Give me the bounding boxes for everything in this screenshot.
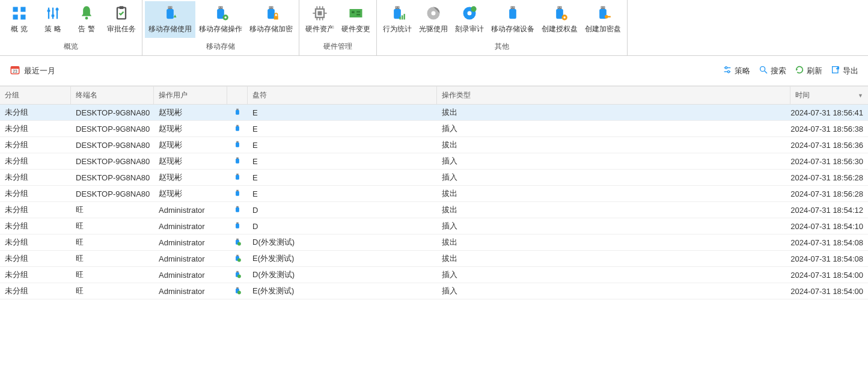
cell-time: 2024-07-31 18:56:30	[790, 155, 868, 168]
cell-user: 赵现彬	[154, 153, 227, 169]
optical-button[interactable]: 光驱使用	[415, 1, 451, 38]
approval-button[interactable]: 审批任务	[103, 1, 139, 38]
table-row[interactable]: 未分组旺AdministratorE(外发测试)拔出2024-07-31 18:…	[0, 251, 868, 267]
table-row[interactable]: 未分组DESKTOP-9G8NA80赵现彬E拔出2024-07-31 18:56…	[0, 137, 868, 153]
overview-button[interactable]: 概 览	[2, 1, 36, 38]
table-row[interactable]: 未分组DESKTOP-9G8NA80赵现彬E插入2024-07-31 18:56…	[0, 170, 868, 186]
chevron-down-icon[interactable]: ▼	[858, 93, 863, 99]
th-group[interactable]: 分组	[0, 87, 71, 104]
cell-group: 未分组	[0, 251, 71, 266]
filter-search[interactable]: 搜索	[759, 65, 786, 76]
svg-rect-67	[604, 7, 604, 8]
ribbon-group-label: 移动存储	[142, 39, 299, 55]
create-auth-button[interactable]: 创建授权盘	[538, 1, 581, 38]
cell-time: 2024-07-31 18:54:08	[790, 252, 868, 266]
ribbon-button-label: 移动存储操作	[199, 24, 242, 34]
ribbon-button-label: 移动存储加密	[249, 24, 293, 34]
svg-rect-45	[398, 7, 399, 8]
svg-point-78	[760, 67, 765, 72]
filter-export[interactable]: 导出	[831, 65, 858, 76]
cell-icon	[227, 284, 248, 299]
svg-point-51	[432, 11, 436, 16]
th-icon[interactable]	[227, 87, 248, 104]
table-row[interactable]: 未分组旺AdministratorE(外发测试)插入2024-07-31 18:…	[0, 283, 868, 299]
th-op[interactable]: 操作类型	[437, 87, 790, 104]
alert-button[interactable]: 告 警	[70, 1, 103, 38]
usb-device-button[interactable]: 移动存储设备	[487, 1, 538, 38]
usb-up-icon	[162, 4, 179, 23]
hw-change-button[interactable]: 硬件变更	[338, 1, 374, 38]
cell-time: 2024-07-31 18:56:28	[790, 187, 868, 201]
svg-rect-70	[608, 16, 611, 17]
svg-rect-105	[236, 271, 239, 272]
create-encrypt-button[interactable]: 创建加密盘	[581, 1, 625, 38]
cell-op: 拔出	[437, 251, 790, 266]
table-row[interactable]: 未分组DESKTOP-9G8NA80赵现彬E拔出2024-07-31 18:56…	[0, 105, 868, 121]
cell-terminal: 旺	[71, 202, 154, 218]
th-drive[interactable]: 盘符	[248, 87, 437, 104]
policy-button[interactable]: 策 略	[36, 1, 70, 38]
svg-rect-8	[52, 14, 55, 17]
cell-icon	[227, 154, 248, 169]
filter-refresh[interactable]: 刷新	[795, 65, 822, 76]
svg-rect-108	[236, 287, 239, 288]
cell-icon	[227, 251, 248, 266]
svg-rect-94	[236, 191, 239, 196]
th-time[interactable]: 时间▼	[790, 87, 868, 104]
cell-op: 插入	[437, 283, 790, 299]
sliders-h-icon	[723, 65, 732, 76]
cell-user: Administrator	[154, 252, 227, 266]
usb-encrypt-button[interactable]: 移动存储加密	[246, 1, 296, 38]
cell-drive: D(外发测试)	[248, 235, 437, 250]
svg-rect-27	[267, 9, 275, 19]
svg-rect-89	[236, 157, 239, 158]
svg-point-104	[237, 258, 241, 262]
svg-rect-1	[20, 7, 25, 12]
cell-group: 未分组	[0, 121, 71, 136]
search-icon	[759, 65, 768, 76]
svg-rect-24	[269, 6, 274, 9]
cell-terminal: 旺	[71, 283, 154, 299]
th-user[interactable]: 操作用户	[154, 87, 227, 104]
svg-rect-15	[171, 7, 171, 8]
table-row[interactable]: 未分组旺AdministratorD(外发测试)拔出2024-07-31 18:…	[0, 235, 868, 251]
cell-icon	[227, 138, 248, 153]
ribbon-button-label: 移动存储使用	[148, 24, 192, 34]
cell-terminal: 旺	[71, 218, 154, 234]
svg-rect-20	[221, 7, 222, 8]
cell-terminal: 旺	[71, 267, 154, 283]
behavior-button[interactable]: 行为统计	[379, 1, 415, 38]
usb-usage-button[interactable]: 移动存储使用	[145, 1, 195, 38]
svg-rect-85	[236, 124, 239, 126]
cell-op: 拔出	[437, 137, 790, 153]
date-range-picker[interactable]: 23 最近一月	[10, 64, 55, 77]
table-row[interactable]: 未分组DESKTOP-9G8NA80赵现彬E拔出2024-07-31 18:56…	[0, 186, 868, 202]
ribbon-button-label: 光驱使用	[419, 24, 448, 34]
cell-group: 未分组	[0, 170, 71, 185]
cell-terminal: DESKTOP-9G8NA80	[71, 138, 154, 152]
cell-terminal: DESKTOP-9G8NA80	[71, 187, 154, 201]
svg-rect-18	[219, 6, 223, 9]
table-row[interactable]: 未分组DESKTOP-9G8NA80赵现彬E插入2024-07-31 18:56…	[0, 153, 868, 170]
table-row[interactable]: 未分组旺AdministratorD插入2024-07-31 18:54:10	[0, 218, 868, 235]
svg-rect-66	[602, 7, 602, 8]
svg-point-110	[237, 290, 241, 294]
svg-rect-60	[558, 7, 559, 8]
svg-rect-61	[560, 7, 561, 8]
hw-asset-button[interactable]: 硬件资产	[302, 1, 338, 38]
ribbon-button-label: 审批任务	[107, 24, 136, 34]
svg-rect-44	[396, 7, 397, 8]
table-row[interactable]: 未分组旺AdministratorD拔出2024-07-31 18:54:12	[0, 202, 868, 218]
table-row[interactable]: 未分组DESKTOP-9G8NA80赵现彬E插入2024-07-31 18:56…	[0, 121, 868, 137]
filter-policy[interactable]: 策略	[723, 65, 750, 76]
svg-rect-16	[167, 9, 174, 19]
cell-drive: D	[248, 219, 437, 233]
cell-icon	[227, 105, 248, 120]
cell-terminal: DESKTOP-9G8NA80	[71, 171, 154, 185]
usb-op-button[interactable]: 移动存储操作	[195, 1, 246, 38]
th-terminal[interactable]: 终端名	[71, 87, 154, 104]
table-row[interactable]: 未分组旺AdministratorD(外发测试)插入2024-07-31 18:…	[0, 267, 868, 283]
refresh-icon	[795, 65, 804, 76]
burn-button[interactable]: 刻录审计	[451, 1, 487, 38]
svg-rect-14	[169, 7, 170, 8]
